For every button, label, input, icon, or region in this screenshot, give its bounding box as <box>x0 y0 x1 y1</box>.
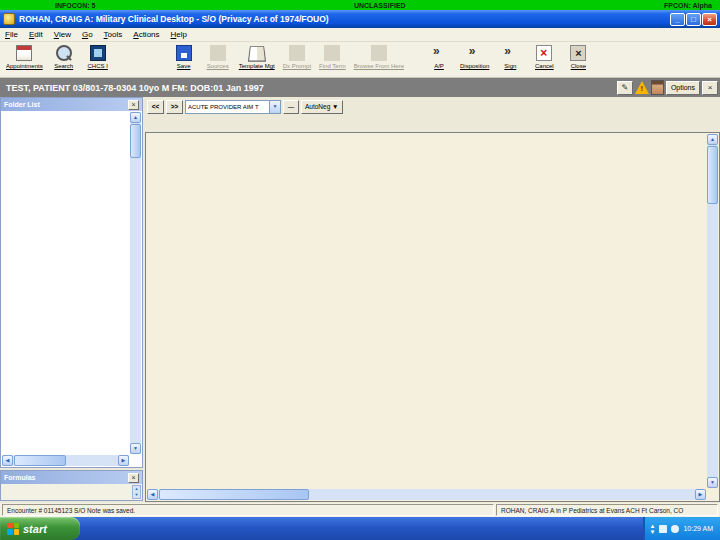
formulas-pane: Formulas × ▲▼ <box>0 470 143 501</box>
clock: 10:29 AM <box>683 525 713 532</box>
scroll-down-icon[interactable]: ▼ <box>707 477 718 488</box>
form-horizontal-scrollbar[interactable]: ◀ ▶ <box>147 489 706 500</box>
restore-button[interactable]: □ <box>686 13 701 26</box>
disposition-icon <box>467 45 483 61</box>
ahlta-desktop: { "classification_bar": {"left": "INFOCO… <box>0 0 720 540</box>
toolbar-template-mgt-button[interactable]: Template Mgt <box>235 44 279 70</box>
patient-photo[interactable] <box>651 80 664 95</box>
patient-bar: TEST, PATIENT 03/801-78-0304 10yo M FM: … <box>0 78 720 97</box>
dx-prompt-icon <box>289 45 305 61</box>
toolbar-a-p-button[interactable]: A/P <box>422 44 456 70</box>
minimize-button[interactable]: _ <box>670 13 685 26</box>
windows-flag-icon <box>7 523 19 535</box>
scroll-down-icon[interactable]: ▼ <box>130 443 141 454</box>
note-button[interactable]: ✎ <box>617 81 633 95</box>
search-icon <box>56 45 72 61</box>
tree-horizontal-scrollbar[interactable]: ◀ ▶ <box>2 455 129 466</box>
combo-dropdown-icon[interactable]: ▼ <box>269 101 280 113</box>
toolbar-chcs-i-button[interactable]: CHCS I <box>81 44 115 70</box>
menu-tools[interactable]: Tools <box>104 30 123 39</box>
menu-view[interactable]: View <box>54 30 71 39</box>
appointments-icon <box>16 45 32 61</box>
scroll-left-icon[interactable]: ◀ <box>147 489 158 500</box>
menu-go[interactable]: Go <box>82 30 93 39</box>
status-bar: Encounter # 01145123 S/O Note was saved.… <box>0 503 720 517</box>
form-vertical-scrollbar[interactable]: ▲ ▼ <box>707 134 718 488</box>
network-icon[interactable] <box>659 525 667 533</box>
sidebar: Folder List × ▲ ▼ ◀ ▶ Formulas × ▲▼ <box>0 97 143 502</box>
form-hscroll-thumb[interactable] <box>159 489 309 500</box>
sources-icon <box>210 45 226 61</box>
classification-label: UNCLASSIFIED <box>95 2 664 9</box>
folder-tree <box>3 112 129 454</box>
save-icon <box>176 45 192 61</box>
toolbar-sources-label: Sources <box>207 63 229 69</box>
patient-bar-close-button[interactable]: × <box>702 81 718 95</box>
app-icon <box>3 13 15 25</box>
close-button[interactable]: × <box>702 13 717 26</box>
formulas-header: Formulas × <box>1 471 142 484</box>
form-vscroll-thumb[interactable] <box>707 146 718 204</box>
status-message: Encounter # 01145123 S/O Note was saved. <box>2 504 494 516</box>
scroll-up-icon[interactable]: ▲ <box>130 112 141 123</box>
main-toolbar: AppointmentsSearchCHCS ISaveSourcesTempl… <box>0 42 720 78</box>
collapse-button[interactable]: — <box>283 100 299 114</box>
folder-list-pane: Folder List × ▲ ▼ ◀ ▶ <box>0 97 143 468</box>
nav-forward-button[interactable]: >> <box>166 100 183 114</box>
encounter-toolbar: << >> ACUTE PROVIDER AIM T ▼ — AutoNeg ▼ <box>145 97 720 116</box>
formulas-close-icon[interactable]: × <box>128 473 139 483</box>
folder-list-header: Folder List × <box>1 98 142 111</box>
close-icon <box>570 45 586 61</box>
toolbar-save-button[interactable]: Save <box>167 44 201 70</box>
chcs-i-icon <box>90 45 106 61</box>
toolbar-disposition-label: Disposition <box>460 63 489 69</box>
toolbar-browse-from-here-label: Browse From Here <box>354 63 404 69</box>
toolbar-search-label: Search <box>54 63 73 69</box>
nav-back-button[interactable]: << <box>147 100 164 114</box>
menu-file[interactable]: File <box>5 30 18 39</box>
toolbar-close-button[interactable]: Close <box>561 44 595 70</box>
template-combobox-value: ACUTE PROVIDER AIM T <box>188 104 259 110</box>
toolbar-appointments-button[interactable]: Appointments <box>2 44 47 70</box>
toolbar-sources-button: Sources <box>201 44 235 70</box>
toolbar-sign-button[interactable]: Sign <box>493 44 527 70</box>
find-term-icon <box>324 45 340 61</box>
folder-list-close-icon[interactable]: × <box>128 100 139 110</box>
toolbar-a-p-label: A/P <box>434 63 444 69</box>
formulas-body: ▲▼ <box>1 484 142 501</box>
scroll-left-icon[interactable]: ◀ <box>2 455 13 466</box>
system-tray: ▲▼ 10:29 AM <box>643 517 720 540</box>
scroll-up-icon[interactable]: ▲ <box>707 134 718 145</box>
alert-triangle-icon[interactable]: ! <box>635 81 649 94</box>
scroll-right-icon[interactable]: ▶ <box>118 455 129 466</box>
toolbar-disposition-button[interactable]: Disposition <box>456 44 493 70</box>
folder-list-title: Folder List <box>4 101 40 108</box>
volume-icon[interactable] <box>671 525 679 533</box>
tree-vertical-scrollbar[interactable]: ▲ ▼ <box>130 112 141 454</box>
template-combobox[interactable]: ACUTE PROVIDER AIM T ▼ <box>185 100 281 114</box>
autoneg-button[interactable]: AutoNeg ▼ <box>301 100 343 114</box>
tray-expand-icon[interactable]: ▲▼ <box>649 523 655 535</box>
toolbar-cancel-button[interactable]: Cancel <box>527 44 561 70</box>
toolbar-find-term-label: Find Term <box>319 63 346 69</box>
menu-actions[interactable]: Actions <box>133 30 159 39</box>
toolbar-close-label: Close <box>571 63 586 69</box>
tree-vscroll-thumb[interactable] <box>130 124 141 158</box>
window-titlebar: ROHAN, CRAIG A: Military Clinical Deskto… <box>0 10 720 28</box>
menu-edit[interactable]: Edit <box>29 30 43 39</box>
formulas-scroll-icon[interactable]: ▲▼ <box>132 485 141 499</box>
menu-help[interactable]: Help <box>171 30 187 39</box>
toolbar-appointments-label: Appointments <box>6 63 43 69</box>
options-button[interactable]: Options <box>666 81 700 95</box>
encounter-pane: << >> ACUTE PROVIDER AIM T ▼ — AutoNeg ▼… <box>145 97 720 502</box>
toolbar-dx-prompt-label: Dx Prompt <box>283 63 311 69</box>
toolbar-search-button[interactable]: Search <box>47 44 81 70</box>
start-button[interactable]: start <box>0 517 80 540</box>
tree-hscroll-thumb[interactable] <box>14 455 66 466</box>
template-tabs <box>145 117 720 132</box>
start-label: start <box>23 523 47 535</box>
patient-info: TEST, PATIENT 03/801-78-0304 10yo M FM: … <box>6 83 264 93</box>
scroll-right-icon[interactable]: ▶ <box>695 489 706 500</box>
toolbar-cancel-label: Cancel <box>535 63 554 69</box>
pe-form: ▲ ▼ ◀ ▶ <box>145 132 720 502</box>
